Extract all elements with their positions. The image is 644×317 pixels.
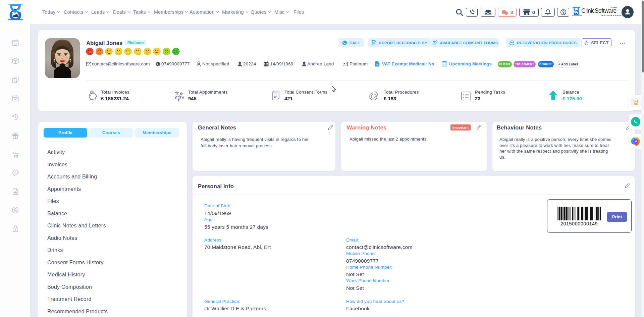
svg-text:12: 12 bbox=[14, 42, 17, 45]
svg-text:17: 17 bbox=[443, 63, 446, 66]
svg-text:$: $ bbox=[14, 171, 16, 174]
svg-text:%: % bbox=[376, 63, 379, 66]
svg-text:AI: AI bbox=[634, 140, 637, 143]
